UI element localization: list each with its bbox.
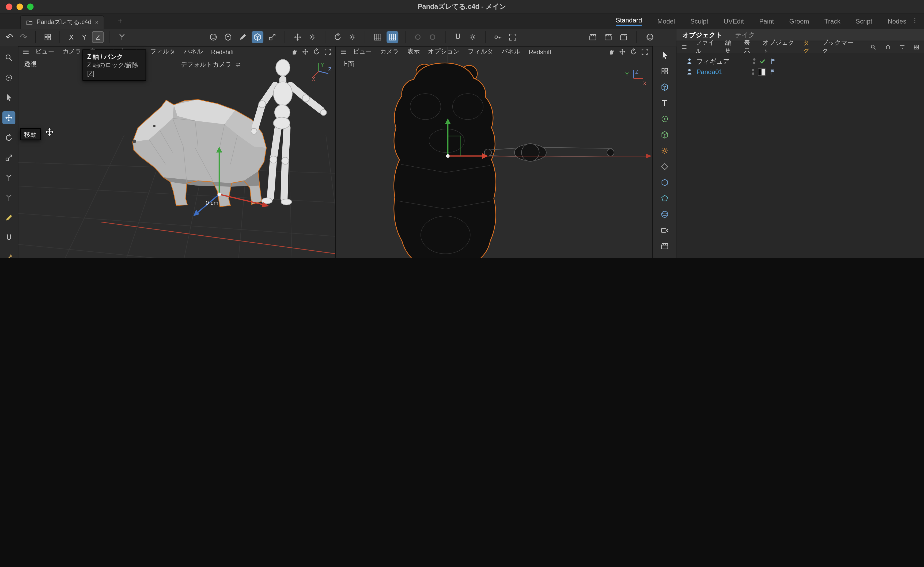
menu-camera[interactable]: カメラ <box>380 48 399 56</box>
snap-settings-gear-icon[interactable] <box>467 31 479 43</box>
object-axis-mode-icon[interactable] <box>660 131 669 139</box>
pan-hand-icon[interactable] <box>608 48 615 56</box>
visibility-dots-icon[interactable] <box>752 69 754 75</box>
menu-display[interactable]: 表示 <box>408 48 420 56</box>
visibility-dots-icon[interactable] <box>753 58 755 64</box>
close-tab-icon[interactable]: × <box>95 19 99 26</box>
menu-panel[interactable]: パネル <box>501 48 520 56</box>
select-mode-icon[interactable] <box>660 51 669 60</box>
camera-swap-icon[interactable] <box>235 61 241 68</box>
camera-selector[interactable]: デフォルトカメラ <box>181 61 242 69</box>
model-mode-icon[interactable] <box>660 83 669 91</box>
edges-mode-icon[interactable] <box>660 163 669 171</box>
axis-lock-y-button[interactable]: Y <box>79 32 90 42</box>
axis-lock-x-button[interactable]: X <box>66 32 77 42</box>
search-icon[interactable] <box>870 44 876 51</box>
menu-redshift[interactable]: Redshift <box>211 48 234 56</box>
layout-tab-nodes[interactable]: Nodes <box>888 18 906 25</box>
pen-tool-icon[interactable] <box>2 211 15 224</box>
layout-tab-track[interactable]: Track <box>825 18 840 25</box>
layout-tab-paint[interactable]: Paint <box>759 18 774 25</box>
document-tab[interactable]: Pandaズレてる.c4d × <box>20 15 105 29</box>
snap-sphere-icon[interactable] <box>660 210 669 219</box>
rotate-settings-gear-icon[interactable] <box>346 31 358 43</box>
paint-tool-icon[interactable] <box>2 251 15 258</box>
menu-options[interactable]: オプション <box>428 48 460 56</box>
render-to-picture-viewer-icon[interactable] <box>602 31 614 43</box>
make-editable-icon[interactable] <box>208 31 219 43</box>
object-label[interactable]: Panda01 <box>697 68 722 75</box>
layout-icon[interactable] <box>42 31 54 43</box>
perspective-scene-canvas[interactable]: 0 cm Y Z X <box>18 46 335 258</box>
viewport-menu-icon[interactable] <box>23 48 29 56</box>
object-mode-icon[interactable] <box>251 31 263 43</box>
orbit-icon[interactable] <box>313 48 320 56</box>
viewport-top[interactable]: Z X Y ビュー カメラ 表示 オプション フィルタ パネル Redshift… <box>336 46 652 258</box>
menu-filter[interactable]: フィルタ <box>468 48 493 56</box>
menu-view[interactable]: ビュー <box>353 48 372 56</box>
top-scene-canvas[interactable]: Z X Y <box>336 46 652 258</box>
rotate-tool-icon[interactable] <box>2 131 15 144</box>
menu-filter[interactable]: フィルタ <box>150 48 176 56</box>
axis-lock-z-button[interactable]: Z <box>92 31 104 43</box>
material-sphere-icon[interactable] <box>644 31 656 43</box>
close-window-button[interactable] <box>6 3 12 10</box>
keyframe-tool-icon[interactable] <box>492 31 504 43</box>
move-tool-icon[interactable] <box>2 111 15 124</box>
texture-mode-icon[interactable] <box>266 31 278 43</box>
texture-mode-icon[interactable] <box>660 99 669 107</box>
zoom-move-icon[interactable] <box>302 48 309 56</box>
pan-hand-icon[interactable] <box>290 48 297 56</box>
model-mode-icon[interactable] <box>222 31 234 43</box>
select-cursor-icon[interactable] <box>2 91 15 104</box>
texture-tag-icon[interactable] <box>758 68 766 76</box>
render-view-icon[interactable] <box>587 31 599 43</box>
normal-rotate-icon[interactable] <box>332 31 343 43</box>
coordinate-system-icon[interactable] <box>116 31 128 43</box>
menu-camera[interactable]: カメラ <box>62 48 81 56</box>
orbit-icon[interactable] <box>630 48 637 56</box>
tag-flag-icon[interactable] <box>770 58 777 65</box>
snap-magnet-icon[interactable] <box>452 31 464 43</box>
render-region-icon[interactable] <box>660 242 669 250</box>
object-tree[interactable]: フィギュア Panda01 <box>676 53 924 258</box>
disabled-tool-icon[interactable] <box>412 31 424 43</box>
render-settings-icon[interactable] <box>617 31 629 43</box>
zoom-move-icon[interactable] <box>619 48 626 56</box>
maximize-view-icon[interactable] <box>324 48 331 56</box>
viewport-menu-icon[interactable] <box>340 48 347 56</box>
lock-workplane-icon[interactable] <box>507 31 518 43</box>
layout-tab-uvedit[interactable]: UVEdit <box>724 18 744 25</box>
zoom-tool-icon[interactable] <box>2 51 15 64</box>
zoom-window-button[interactable] <box>27 3 33 10</box>
object-label[interactable]: フィギュア <box>697 57 730 66</box>
workplane-grid-icon[interactable] <box>372 31 384 43</box>
add-tab-button[interactable]: + <box>118 16 122 26</box>
workplane-mode-icon[interactable] <box>237 31 249 43</box>
layout-tab-standard[interactable]: Standard <box>615 16 642 26</box>
redo-button[interactable]: ↷ <box>18 31 29 43</box>
undo-button[interactable]: ↶ <box>3 31 15 43</box>
snap-grid-icon[interactable] <box>387 31 398 43</box>
menu-view[interactable]: ビュー <box>35 48 54 56</box>
object-row-panda01[interactable]: Panda01 <box>676 67 924 77</box>
plane-mode-icon[interactable] <box>660 67 669 75</box>
maximize-view-icon[interactable] <box>641 48 648 56</box>
filter-icon[interactable] <box>899 44 905 51</box>
layout-tab-sculpt[interactable]: Sculpt <box>690 18 708 25</box>
scale-tool-icon[interactable] <box>2 152 15 164</box>
panel-menu-icon[interactable] <box>681 44 687 51</box>
layout-tab-groom[interactable]: Groom <box>789 18 809 25</box>
tag-flag-icon[interactable] <box>769 68 776 75</box>
object-row-figure[interactable]: フィギュア <box>676 56 924 67</box>
enable-axis-icon[interactable] <box>292 31 304 43</box>
disabled-tool2-icon[interactable] <box>427 31 438 43</box>
layout-tab-model[interactable]: Model <box>658 18 675 25</box>
live-selection-icon[interactable] <box>2 71 15 84</box>
points-mode-icon[interactable] <box>660 147 669 155</box>
enable-axis-mode-icon[interactable] <box>660 115 669 123</box>
minimize-window-button[interactable] <box>17 3 23 10</box>
axis-locked-icon[interactable] <box>2 191 15 204</box>
tabbar-overflow-icon[interactable]: ⋮ <box>912 16 918 24</box>
home-icon[interactable] <box>885 44 891 51</box>
